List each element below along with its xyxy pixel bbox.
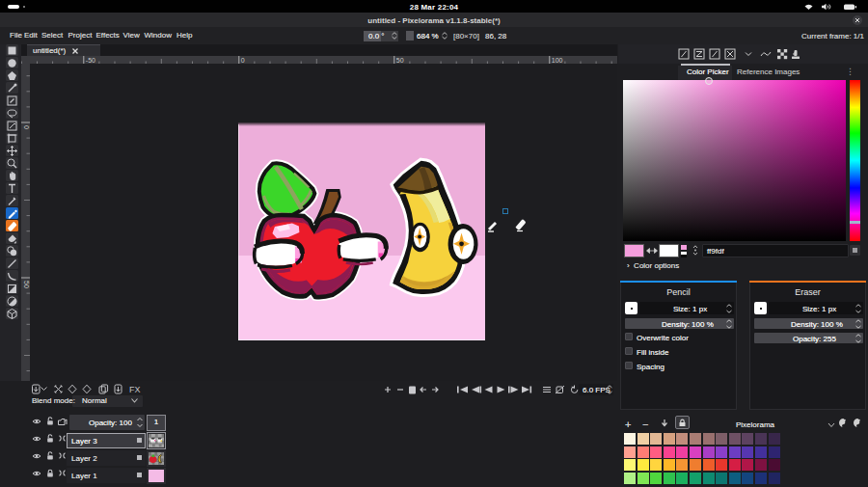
svg-text:50: 50 <box>23 281 30 288</box>
svg-text:FX: FX <box>129 385 141 394</box>
svg-text:50: 50 <box>396 57 404 64</box>
svg-text:-50: -50 <box>86 57 95 64</box>
svg-text:100: 100 <box>552 57 563 64</box>
svg-text:0: 0 <box>23 125 30 129</box>
svg-text:0: 0 <box>241 57 245 64</box>
